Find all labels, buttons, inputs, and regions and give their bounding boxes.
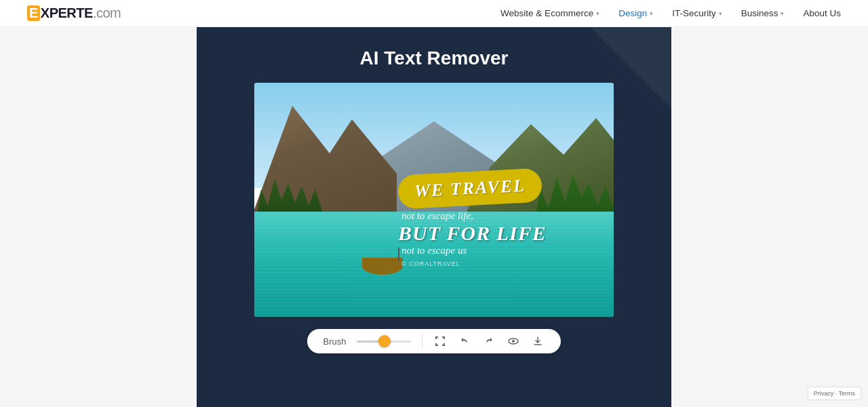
nav-item-website-ecommerce[interactable]: Website & Ecommerce ▾ — [500, 8, 599, 18]
not-to-escape-us-line: not to escape us — [398, 244, 596, 256]
nav-label-design: Design — [618, 8, 647, 18]
undo-button[interactable] — [458, 334, 471, 348]
brush-label: Brush — [323, 336, 347, 347]
toolbar-divider-1 — [422, 334, 422, 348]
but-for-life-text: BUT FOR LIFE — [398, 222, 547, 244]
image-wrapper[interactable]: WE TRAVEL not to escape life, BUT FOR LI… — [254, 83, 614, 317]
undo-icon — [459, 336, 470, 347]
but-for-life-line: BUT FOR LIFE — [398, 222, 596, 244]
chevron-down-icon-design: ▾ — [650, 10, 653, 17]
logo-com-text: .com — [93, 5, 121, 21]
nav-label-website-ecommerce: Website & Ecommerce — [500, 8, 593, 18]
text-overlay: WE TRAVEL not to escape life, BUT FOR LI… — [398, 172, 596, 269]
nav-link-design[interactable]: Design ▾ — [618, 8, 653, 18]
nav-item-business[interactable]: Business ▾ — [741, 8, 785, 18]
nav-item-design[interactable]: Design ▾ — [618, 8, 653, 18]
we-travel-text: WE TRAVEL — [414, 176, 526, 201]
download-button[interactable] — [531, 334, 545, 348]
script-text-2: not to escape us — [401, 245, 467, 256]
nav-label-about-us: About Us — [803, 8, 841, 18]
tool-title: AI Text Remover — [360, 47, 509, 69]
script-text-1: not to escape life, — [401, 210, 473, 221]
copyright-text: © CORALTRAVEL — [401, 260, 460, 267]
nav-link-about-us[interactable]: About Us — [803, 8, 841, 18]
yellow-blob: WE TRAVEL — [397, 168, 542, 210]
copyright-line: © CORALTRAVEL — [398, 256, 596, 269]
redo-button[interactable] — [482, 334, 496, 348]
svg-point-1 — [512, 340, 515, 343]
nav-link-website-ecommerce[interactable]: Website & Ecommerce ▾ — [500, 8, 599, 18]
nav-label-business: Business — [741, 8, 778, 18]
slider-thumb[interactable] — [378, 335, 391, 347]
toolbar: Brush — [307, 329, 561, 353]
chevron-down-icon: ▾ — [596, 10, 599, 17]
redo-icon — [484, 336, 494, 347]
chevron-down-icon-business: ▾ — [781, 10, 784, 17]
logo[interactable]: EXPERTE.com — [27, 5, 121, 21]
tool-container: AI Text Remover WE TRAVEL — [197, 27, 671, 407]
travel-image: WE TRAVEL not to escape life, BUT FOR LI… — [254, 83, 614, 317]
nav-item-it-security[interactable]: IT-Security ▾ — [672, 8, 722, 18]
brush-slider[interactable] — [357, 341, 411, 343]
preview-button[interactable] — [507, 334, 520, 348]
slider-fill — [357, 341, 381, 343]
main-content: AI Text Remover WE TRAVEL — [0, 27, 868, 407]
nav-label-it-security: IT-Security — [672, 8, 716, 18]
boat — [362, 258, 403, 275]
gdpr-text: Privacy · Terms — [814, 390, 855, 397]
chevron-down-icon-security: ▾ — [719, 10, 722, 17]
eye-icon — [508, 336, 519, 347]
nav-links: Website & Ecommerce ▾ Design ▾ IT-Securi… — [500, 8, 841, 18]
nav-link-it-security[interactable]: IT-Security ▾ — [672, 8, 722, 18]
nav-item-about-us[interactable]: About Us — [803, 8, 841, 18]
navbar: EXPERTE.com Website & Ecommerce ▾ Design… — [0, 0, 868, 27]
nav-link-business[interactable]: Business ▾ — [741, 8, 785, 18]
not-to-escape-life-line: not to escape life, — [398, 210, 596, 222]
gdpr-badge: Privacy · Terms — [808, 387, 861, 400]
logo-experte-text: XPERTE — [41, 5, 93, 21]
download-icon — [532, 336, 543, 347]
logo-e-letter: E — [27, 5, 40, 21]
fullscreen-button[interactable] — [433, 334, 447, 348]
fullscreen-icon — [435, 336, 446, 347]
